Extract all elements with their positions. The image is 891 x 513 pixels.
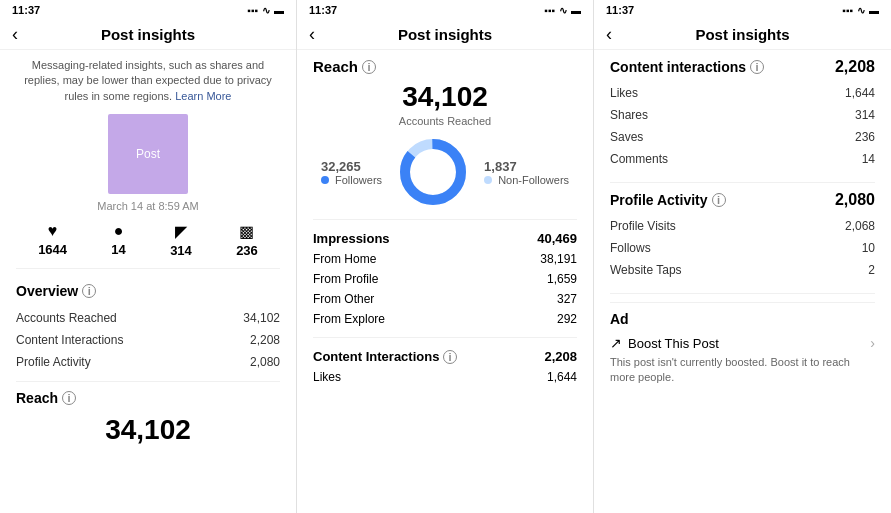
divider-p3-1 xyxy=(610,182,875,183)
save-icon: ▩ xyxy=(239,222,254,241)
divider-p2 xyxy=(313,219,577,220)
back-button-3[interactable]: ‹ xyxy=(606,24,612,45)
reach-number-p2: 34,102 xyxy=(313,81,577,113)
divider-1 xyxy=(16,381,280,382)
status-bar-3: 11:37 ▪▪▪ ∿ ▬ xyxy=(594,0,891,20)
likes-row-p2: Likes 1,644 xyxy=(313,367,577,387)
follows: Follows 10 xyxy=(610,237,875,259)
status-bar-2: 11:37 ▪▪▪ ∿ ▬ xyxy=(297,0,593,20)
reach-number-p1: 34,102 xyxy=(16,414,280,446)
post-date: March 14 at 8:59 AM xyxy=(16,200,280,212)
impressions-header-row: Impressions 40,469 xyxy=(313,228,577,249)
nav-title-2: Post insights xyxy=(398,26,492,43)
impression-other: From Other 327 xyxy=(313,289,577,309)
heart-icon: ♥ xyxy=(48,222,58,240)
panel-1: 11:37 ▪▪▪ ∿ ▬ ‹ Post insights Messaging-… xyxy=(0,0,297,513)
likes-value: 1644 xyxy=(38,242,67,257)
divider-p2-2 xyxy=(313,337,577,338)
metrics-row: ♥ 1644 ● 14 ◤ 314 ▩ 236 xyxy=(16,222,280,269)
website-taps: Website Taps 2 xyxy=(610,259,875,281)
panel1-content: Messaging-related insights, such as shar… xyxy=(0,50,296,513)
nonfollowers-label: 1,837 Non-Followers xyxy=(484,159,569,186)
ci-header-row: Content interactions i 2,208 xyxy=(610,58,875,76)
ci-info-icon-p2[interactable]: i xyxy=(443,350,457,364)
profile-visits: Profile Visits 2,068 xyxy=(610,215,875,237)
post-thumbnail: Post xyxy=(108,114,188,194)
content-interactions-label-p2: Content Interactions i xyxy=(313,349,457,364)
overview-info-icon[interactable]: i xyxy=(82,284,96,298)
nav-bar-3: ‹ Post insights xyxy=(594,20,891,50)
back-button-2[interactable]: ‹ xyxy=(309,24,315,45)
ad-title: Ad xyxy=(610,311,875,327)
profile-activity-section: Profile Activity i 2,080 Profile Visits … xyxy=(610,191,875,281)
pa-header-row: Profile Activity i 2,080 xyxy=(610,191,875,209)
panel2-content: Reach i 34,102 Accounts Reached 32,265 F… xyxy=(297,50,593,513)
overview-stats: Accounts Reached 34,102 Content Interact… xyxy=(16,307,280,373)
stat-profile-activity: Profile Activity 2,080 xyxy=(16,351,280,373)
metric-shares: ◤ 314 xyxy=(170,222,192,258)
interaction-likes: Likes 1,644 xyxy=(610,82,875,104)
divider-p3-2 xyxy=(610,293,875,294)
wifi-icon: ∿ xyxy=(262,5,270,16)
comment-icon: ● xyxy=(114,222,124,240)
content-interactions-section: Content interactions i 2,208 Likes 1,644… xyxy=(610,58,875,170)
boost-label: ↗ Boost This Post xyxy=(610,335,719,351)
learn-more-link[interactable]: Learn More xyxy=(175,90,231,102)
status-icons-2: ▪▪▪ ∿ ▬ xyxy=(544,5,581,16)
battery-icon: ▬ xyxy=(274,5,284,16)
panel-3: 11:37 ▪▪▪ ∿ ▬ ‹ Post insights Content in… xyxy=(594,0,891,513)
metric-comments: ● 14 xyxy=(111,222,125,258)
nav-title-3: Post insights xyxy=(695,26,789,43)
boost-icon: ↗ xyxy=(610,335,622,351)
ci-title: Content interactions i xyxy=(610,59,764,75)
battery-icon-3: ▬ xyxy=(869,5,879,16)
content-interactions-row: Content Interactions i 2,208 xyxy=(313,346,577,367)
panel3-content: Content interactions i 2,208 Likes 1,644… xyxy=(594,50,891,513)
nav-bar-1: ‹ Post insights xyxy=(0,20,296,50)
nav-title-1: Post insights xyxy=(101,26,195,43)
wifi-icon-2: ∿ xyxy=(559,5,567,16)
interaction-saves: Saves 236 xyxy=(610,126,875,148)
status-icons-1: ▪▪▪ ∿ ▬ xyxy=(247,5,284,16)
donut-section: 32,265 Followers 1,837 Non-Followers xyxy=(313,137,577,207)
nonfollowers-dot xyxy=(484,174,495,186)
ad-section: Ad ↗ Boost This Post › This post isn't c… xyxy=(610,302,875,386)
back-button-1[interactable]: ‹ xyxy=(12,24,18,45)
privacy-notice: Messaging-related insights, such as shar… xyxy=(16,58,280,104)
signal-icon-2: ▪▪▪ xyxy=(544,5,555,16)
boost-chevron-icon: › xyxy=(870,335,875,351)
stat-accounts-reached: Accounts Reached 34,102 xyxy=(16,307,280,329)
impression-explore: From Explore 292 xyxy=(313,309,577,329)
battery-icon-2: ▬ xyxy=(571,5,581,16)
panel-2: 11:37 ▪▪▪ ∿ ▬ ‹ Post insights Reach i 34… xyxy=(297,0,594,513)
donut-chart xyxy=(398,137,468,207)
interaction-shares: Shares 314 xyxy=(610,104,875,126)
metric-likes: ♥ 1644 xyxy=(38,222,67,258)
signal-icon-3: ▪▪▪ xyxy=(842,5,853,16)
wifi-icon-3: ∿ xyxy=(857,5,865,16)
reach-subtitle: Accounts Reached xyxy=(313,115,577,127)
pa-info-icon[interactable]: i xyxy=(712,193,726,207)
ci-info-icon-p3[interactable]: i xyxy=(750,60,764,74)
overview-title: Overview i xyxy=(16,283,280,299)
interaction-comments: Comments 14 xyxy=(610,148,875,170)
reach-title-p2: Reach i xyxy=(313,58,577,75)
stat-content-interactions: Content Interactions 2,208 xyxy=(16,329,280,351)
time-1: 11:37 xyxy=(12,4,40,16)
pa-title: Profile Activity i xyxy=(610,192,726,208)
impression-home: From Home 38,191 xyxy=(313,249,577,269)
reach-title-p1: Reach i xyxy=(16,390,280,406)
shares-value: 314 xyxy=(170,243,192,258)
share-icon: ◤ xyxy=(175,222,187,241)
metric-saves: ▩ 236 xyxy=(236,222,258,258)
boost-row[interactable]: ↗ Boost This Post › xyxy=(610,335,875,351)
impression-profile: From Profile 1,659 xyxy=(313,269,577,289)
status-icons-3: ▪▪▪ ∿ ▬ xyxy=(842,5,879,16)
saves-value: 236 xyxy=(236,243,258,258)
comments-value: 14 xyxy=(111,242,125,257)
reach-info-icon-p2[interactable]: i xyxy=(362,60,376,74)
boost-description: This post isn't currently boosted. Boost… xyxy=(610,355,875,386)
followers-dot xyxy=(321,174,332,186)
reach-info-icon-p1[interactable]: i xyxy=(62,391,76,405)
status-bar-1: 11:37 ▪▪▪ ∿ ▬ xyxy=(0,0,296,20)
